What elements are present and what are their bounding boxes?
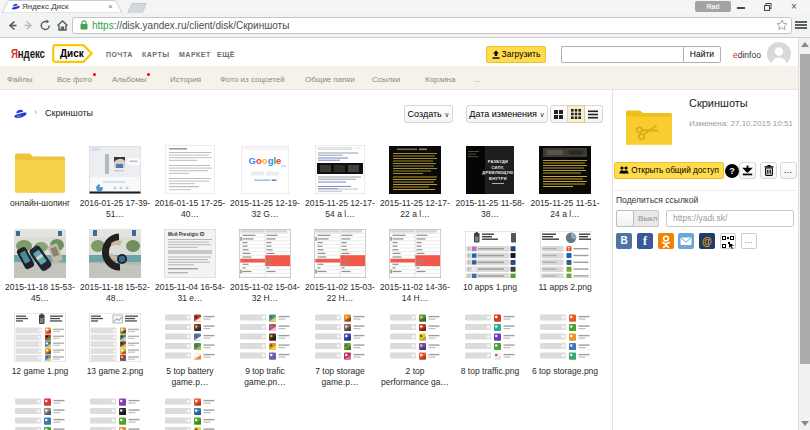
share-facebook-icon[interactable]: f xyxy=(637,233,653,249)
file-thumbnail-photo-phones[interactable] xyxy=(3,229,78,278)
file-name[interactable]: онлайн-шопинг xyxy=(0,198,83,209)
file-thumbnail-prestigio-page[interactable]: Мой Prestigio ID xyxy=(153,229,228,278)
file-name[interactable]: 2015-11-02 14-36-14 Н… xyxy=(373,282,458,303)
browser-menu-icon[interactable] xyxy=(795,21,807,29)
file-thumbnail-apps-battery[interactable] xyxy=(453,229,528,278)
file-item[interactable]: Google 2015-11-25 12-19-32 G… xyxy=(228,145,303,218)
file-thumbnail-profile-page[interactable] xyxy=(78,145,153,194)
share-more-icon[interactable]: … xyxy=(741,233,757,249)
file-item[interactable]: 7 top storagegame.p… xyxy=(303,313,378,386)
file-item[interactable]: T 11 apps 2.png xyxy=(528,229,603,302)
file-thumbnail-folder[interactable] xyxy=(3,145,78,194)
sort-button[interactable]: Дата изменения ∨ xyxy=(466,105,548,123)
file-name[interactable]: 2015-11-04 16-54-31 e… xyxy=(148,282,233,303)
file-thumbnail-apps-storage[interactable]: T xyxy=(528,229,603,278)
search-input[interactable] xyxy=(561,46,683,63)
nav-item-1[interactable]: Файлы xyxy=(7,75,32,84)
file-item[interactable]: 2015-11-02 15-04-32 Н… xyxy=(228,229,303,302)
file-name[interactable]: 2015-11-18 15-52-48… xyxy=(73,282,158,303)
file-name[interactable]: 2016-01-25 17-39-51… xyxy=(73,198,158,219)
file-name[interactable]: 11 apps 2.png xyxy=(523,282,608,293)
file-thumbnail-games-2[interactable] xyxy=(78,313,153,362)
file-item[interactable]: 2016-01-25 17-39-51… xyxy=(78,145,153,218)
file-name[interactable]: 2015-11-25 12-17-54 a l… xyxy=(298,198,383,219)
share-qr-icon[interactable] xyxy=(720,233,736,249)
file-thumbnail-top-list-2[interactable] xyxy=(228,313,303,362)
toggle-knob[interactable] xyxy=(616,210,634,227)
file-item[interactable]: Мой Prestigio ID 2015-11-04 16-54-31 e… xyxy=(153,229,228,302)
disk-tab-label[interactable]: Диск xyxy=(60,48,84,59)
share-access-button[interactable]: Открыть общий доступ xyxy=(614,162,724,179)
share-odnoklassniki-icon[interactable] xyxy=(658,233,674,249)
file-name[interactable]: 6 top storage.png xyxy=(523,366,608,377)
view-small-tiles-icon[interactable] xyxy=(568,105,586,123)
file-item[interactable]: онлайн-шопинг xyxy=(3,145,78,218)
file-item[interactable]: 8 top traffic.png xyxy=(453,313,528,386)
window-close-icon[interactable]: × xyxy=(791,1,797,12)
window-minimize-icon[interactable] xyxy=(737,7,745,9)
file-name[interactable]: 2015-11-25 12-19-32 G… xyxy=(223,198,308,219)
file-name[interactable]: 7 top storagegame.p… xyxy=(298,366,383,387)
nav-item-6[interactable]: Общие папки xyxy=(305,75,355,84)
file-item[interactable]: 2015-11-02 14-36-14 Н… xyxy=(378,229,453,302)
file-item[interactable]: 2015-11-18 15-52-48… xyxy=(78,229,153,302)
username[interactable]: edinfoo xyxy=(733,50,761,60)
header-menu-1[interactable]: ПОЧТА xyxy=(106,51,133,58)
nav-item-4[interactable]: История xyxy=(170,75,201,84)
file-name[interactable]: 12 game 1.png xyxy=(0,366,83,377)
delete-button[interactable] xyxy=(760,162,777,179)
header-menu-4[interactable]: ЕЩЁ xyxy=(217,51,235,58)
file-thumbnail-top-list-9[interactable] xyxy=(153,397,228,430)
search-button[interactable]: Найти xyxy=(683,46,721,63)
file-name[interactable]: 2015-11-25 12-17-22 a l… xyxy=(373,198,458,219)
file-thumbnail-top-list-7[interactable] xyxy=(3,397,78,430)
scroll-up-icon[interactable] xyxy=(801,42,809,47)
ssl-lock-icon[interactable] xyxy=(80,20,88,30)
nav-item-8[interactable]: Корзина xyxy=(425,75,455,84)
nav-item-5[interactable]: Фото из соцсетей xyxy=(220,75,285,84)
file-item[interactable]: 6 top storage.png xyxy=(528,313,603,386)
header-menu-2[interactable]: КАРТЫ xyxy=(142,51,170,58)
create-button[interactable]: Создать ∨ xyxy=(404,105,453,123)
file-thumbnail-games-1[interactable] xyxy=(3,313,78,362)
disk-breadcrumb-icon[interactable] xyxy=(13,108,27,119)
file-item[interactable]: 2015-11-25 11-51-24 a l… xyxy=(528,145,603,218)
file-thumbnail-table-red-1[interactable] xyxy=(228,229,303,278)
file-thumbnail-table-red-3[interactable] xyxy=(378,229,453,278)
file-thumbnail-photo-watch[interactable] xyxy=(78,229,153,278)
back-icon[interactable] xyxy=(5,18,20,33)
file-item[interactable]: 2015-11-18 15-53-45… xyxy=(3,229,78,302)
share-vk-icon[interactable]: В xyxy=(616,233,632,249)
file-thumbnail-poster-dark[interactable]: РАЗБУДИСИЛУ,ДРЕМЛЮЩУЮВНУТРИ xyxy=(453,145,528,194)
nav-item-2[interactable]: Все фото xyxy=(57,75,92,84)
file-thumbnail-search-page[interactable] xyxy=(303,145,378,194)
file-thumbnail-text-page[interactable] xyxy=(153,145,228,194)
file-item[interactable]: 10 apps 1.png xyxy=(453,229,528,302)
share-email-icon[interactable] xyxy=(678,233,694,249)
file-item[interactable]: 12 game 1.png xyxy=(3,313,78,386)
file-thumbnail-top-list-4[interactable] xyxy=(378,313,453,362)
header-menu-3[interactable]: МАРКЕТ xyxy=(179,51,211,58)
share-mail-ru-icon[interactable]: @ xyxy=(699,233,715,249)
file-item[interactable]: 2015-11-25 12-17-54 a l… xyxy=(303,145,378,218)
page-scrollbar[interactable] xyxy=(798,38,810,430)
share-link-input[interactable]: https://yadi.sk/ xyxy=(666,210,794,227)
download-button[interactable] xyxy=(739,162,756,179)
file-name[interactable]: 5 top batterygame.p… xyxy=(148,366,233,387)
file-item[interactable] xyxy=(3,397,78,430)
file-item[interactable]: 2 topperformance ga… xyxy=(378,313,453,386)
file-thumbnail-top-list-1[interactable] xyxy=(153,313,228,362)
file-thumbnail-top-list-8[interactable] xyxy=(78,397,153,430)
file-thumbnail-table-red-2[interactable] xyxy=(303,229,378,278)
file-name[interactable]: 2015-11-02 15-04-32 Н… xyxy=(223,282,308,303)
scroll-down-icon[interactable] xyxy=(801,421,809,426)
view-large-tiles-icon[interactable] xyxy=(550,105,568,123)
yandex-logo[interactable]: Яндекс xyxy=(11,46,45,61)
file-item[interactable] xyxy=(78,397,153,430)
nav-item-3[interactable]: Альбомы xyxy=(112,75,146,84)
file-name[interactable]: 2015-11-18 15-53-45… xyxy=(0,282,83,303)
share-link-toggle[interactable]: Выкл xyxy=(616,210,659,227)
file-item[interactable]: 2016-01-15 17-25-40… xyxy=(153,145,228,218)
file-name[interactable]: 2015-11-02 15-03-22 Н… xyxy=(298,282,383,303)
file-item[interactable]: 5 top batterygame.p… xyxy=(153,313,228,386)
